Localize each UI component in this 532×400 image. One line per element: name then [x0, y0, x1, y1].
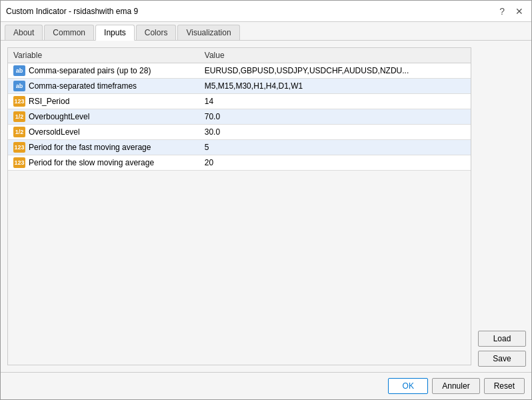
- table-row[interactable]: 123Period for the fast moving average5: [8, 140, 471, 155]
- reset-button[interactable]: Reset: [484, 378, 525, 394]
- cancel-button[interactable]: Annuler: [432, 378, 479, 394]
- value-cell[interactable]: 20: [199, 155, 471, 171]
- table-header-row: Variable Value: [8, 48, 471, 63]
- side-panel: Load Save: [478, 41, 531, 372]
- variable-cell: 1/2OversoldLevel: [8, 125, 199, 140]
- variable-name: Comma-separated timeframes: [29, 81, 137, 91]
- tab-colors[interactable]: Colors: [136, 25, 177, 40]
- title-bar: Custom Indicator - rsidashwith ema 9 ? ✕: [1, 1, 531, 22]
- table-row[interactable]: 123RSI_Period14: [8, 94, 471, 109]
- tab-visualization[interactable]: Visualization: [177, 25, 239, 40]
- table-row[interactable]: 1/2OversoldLevel30.0: [8, 125, 471, 140]
- tab-bar: About Common Inputs Colors Visualization: [1, 22, 531, 41]
- main-area: Variable Value abComma-separated pairs (…: [1, 41, 531, 372]
- title-bar-controls: ? ✕: [497, 7, 526, 16]
- variable-cell: 123RSI_Period: [8, 94, 199, 109]
- bottom-bar: OK Annuler Reset: [1, 372, 531, 399]
- variable-name: OversoldLevel: [29, 127, 80, 137]
- type-icon-123: 123: [13, 96, 25, 107]
- variable-name: Period for the fast moving average: [29, 143, 151, 152]
- variable-cell: abComma-separated pairs (up to 28): [8, 63, 199, 79]
- tab-common[interactable]: Common: [44, 25, 94, 40]
- close-button[interactable]: ✕: [513, 7, 526, 16]
- value-cell[interactable]: EURUSD,GBPUSD,USDJPY,USDCHF,AUDUSD,NZDU.…: [199, 63, 471, 79]
- value-cell[interactable]: 30.0: [199, 125, 471, 140]
- ok-button[interactable]: OK: [388, 378, 428, 394]
- type-icon-half: 1/2: [13, 111, 25, 122]
- value-cell[interactable]: 14: [199, 94, 471, 109]
- variable-cell: abComma-separated timeframes: [8, 79, 199, 94]
- type-icon-123: 123: [13, 157, 25, 168]
- variable-name: OverboughtLevel: [29, 112, 89, 121]
- type-icon-123: 123: [13, 142, 25, 153]
- inputs-table: Variable Value abComma-separated pairs (…: [8, 48, 471, 171]
- table-row[interactable]: 1/2OverboughtLevel70.0: [8, 109, 471, 125]
- variable-cell: 123Period for the fast moving average: [8, 140, 199, 155]
- tab-inputs[interactable]: Inputs: [95, 25, 135, 41]
- load-button[interactable]: Load: [478, 331, 526, 347]
- inputs-table-container: Variable Value abComma-separated pairs (…: [7, 47, 471, 365]
- value-cell[interactable]: M5,M15,M30,H1,H4,D1,W1: [199, 79, 471, 94]
- table-row[interactable]: abComma-separated timeframesM5,M15,M30,H…: [8, 79, 471, 94]
- type-icon-ab: ab: [13, 65, 25, 76]
- variable-cell: 1/2OverboughtLevel: [8, 109, 199, 125]
- variable-name: RSI_Period: [29, 97, 69, 106]
- table-row[interactable]: abComma-separated pairs (up to 28)EURUSD…: [8, 63, 471, 79]
- column-value: Value: [199, 48, 471, 63]
- main-content: Variable Value abComma-separated pairs (…: [1, 41, 478, 372]
- type-icon-half: 1/2: [13, 127, 25, 137]
- variable-name: Period for the slow moving average: [29, 158, 154, 167]
- tab-about[interactable]: About: [5, 25, 43, 40]
- column-variable: Variable: [8, 48, 199, 63]
- bottom-buttons: OK Annuler Reset: [388, 378, 525, 394]
- window-title: Custom Indicator - rsidashwith ema 9: [6, 7, 138, 16]
- value-cell[interactable]: 5: [199, 140, 471, 155]
- table-row[interactable]: 123Period for the slow moving average20: [8, 155, 471, 171]
- type-icon-ab: ab: [13, 81, 25, 91]
- variable-name: Comma-separated pairs (up to 28): [29, 66, 151, 75]
- save-button[interactable]: Save: [478, 351, 526, 367]
- main-window: Custom Indicator - rsidashwith ema 9 ? ✕…: [0, 0, 532, 400]
- value-cell[interactable]: 70.0: [199, 109, 471, 125]
- variable-cell: 123Period for the slow moving average: [8, 155, 199, 171]
- help-button[interactable]: ?: [497, 7, 507, 16]
